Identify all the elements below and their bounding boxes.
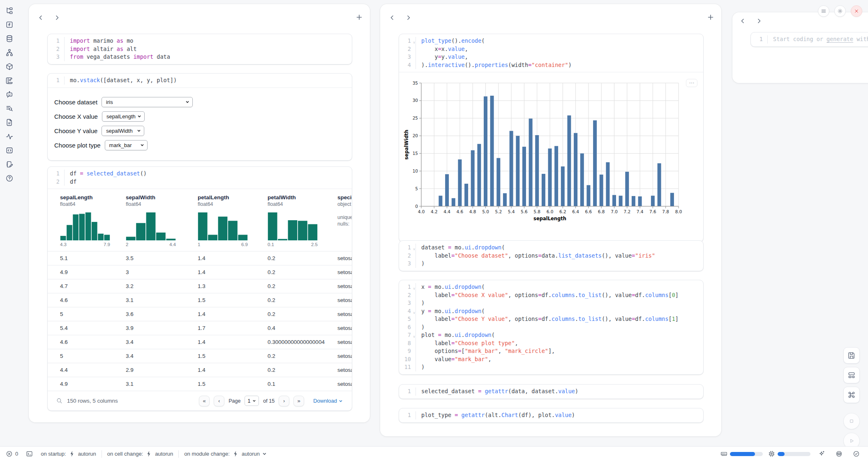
stop-icon[interactable] <box>843 413 860 429</box>
y-value-select[interactable]: sepalWidth <box>102 126 144 136</box>
code-editor[interactable]: 1∨x = mo.ui.dropdown(2 label="Choose X v… <box>399 280 703 374</box>
on-startup-mode[interactable]: on startup: autorun <box>41 450 96 457</box>
download-button[interactable]: Download <box>311 397 345 404</box>
window-actions <box>818 5 862 17</box>
terminal-icon[interactable] <box>23 450 35 458</box>
chat-icon[interactable] <box>4 89 15 100</box>
line-number: 11 <box>399 363 416 371</box>
table-row[interactable]: 53.61.40.2setosa <box>48 307 352 321</box>
ai-sparkles-icon[interactable] <box>816 450 828 458</box>
svg-text:5.8: 5.8 <box>533 209 540 214</box>
table-column-header[interactable]: petalWidthfloat640.12.5 <box>268 194 337 247</box>
next-page-button[interactable]: › <box>279 396 289 406</box>
table-row[interactable]: 4.63.41.40.30000000000000004setosa <box>48 335 352 349</box>
last-page-button[interactable]: » <box>293 396 304 406</box>
tracing-icon[interactable] <box>4 131 15 142</box>
code-editor[interactable]: 1df = selected_dataset()2df <box>48 167 352 189</box>
code-editor[interactable]: 1 Start coding or generate with <box>751 32 868 46</box>
x-value-select[interactable]: sepalLength <box>102 111 145 122</box>
on-cell-change-mode[interactable]: on cell change: autorun <box>107 450 173 457</box>
connection-status-icon[interactable] <box>850 450 862 458</box>
code-editor[interactable]: 1import marimo as mo2import altair as al… <box>48 34 352 64</box>
page-label: Page <box>229 398 240 404</box>
table-row[interactable]: 5.13.51.40.2setosa <box>48 251 352 265</box>
table-column-header[interactable]: sepalWidthfloat6424.4 <box>126 194 198 247</box>
table-row[interactable]: 4.931.40.2setosa <box>48 265 352 279</box>
page-select[interactable]: 1 <box>245 396 259 406</box>
code-editor[interactable]: 1selected_dataset = getattr(data, datase… <box>399 385 703 399</box>
code-editor[interactable]: 1mo.vstack([dataset, x, y, plot]) <box>48 74 352 88</box>
code-line: 3 y=y.value, <box>399 53 703 61</box>
dataset-select[interactable]: iris <box>102 97 193 107</box>
svg-text:6.2: 6.2 <box>559 209 566 214</box>
table-row[interactable]: 53.41.50.2setosa <box>48 349 352 363</box>
copilot-icon[interactable] <box>833 450 845 458</box>
column-histogram <box>268 212 337 240</box>
table-column-header[interactable]: sepalLengthfloat644.37.9 <box>60 194 126 247</box>
line-number: 6 <box>399 323 416 332</box>
prev-page-button[interactable]: ‹ <box>214 396 224 406</box>
table-row[interactable]: 4.63.11.50.2setosa <box>48 293 352 307</box>
table-row[interactable]: 5.43.91.70.4setosa <box>48 321 352 335</box>
on-module-change-mode[interactable]: on module change: autorun <box>184 450 267 457</box>
help-icon[interactable] <box>4 173 15 184</box>
table-column-header[interactable]: petalLengthfloat6416.9 <box>198 194 268 247</box>
generate-link[interactable]: generate <box>826 36 853 42</box>
line-number: 4 <box>399 61 416 69</box>
notebook-icon[interactable] <box>4 159 15 170</box>
table-footer: 150 rows, 5 columns « ‹ Page 1 of 15 › »… <box>48 391 352 410</box>
file-tree-icon[interactable] <box>4 5 15 16</box>
control-row: Choose plot typemark_bar <box>54 140 345 150</box>
memory-usage <box>720 450 763 457</box>
database-icon[interactable] <box>4 33 15 44</box>
table-column-header[interactable]: speciesobjectunique:nulls: <box>337 194 352 247</box>
nav-back-button[interactable] <box>739 17 746 25</box>
settings-gear-icon[interactable] <box>834 5 846 17</box>
add-cell-button[interactable] <box>706 13 715 21</box>
plot-type-select[interactable]: mark_bar <box>105 140 148 150</box>
table-row[interactable]: 4.93.11.50.1setosa <box>48 377 352 391</box>
documentation-icon[interactable] <box>4 117 15 128</box>
line-number: 1∨ <box>399 283 416 291</box>
svg-text:4.6: 4.6 <box>457 209 464 214</box>
nav-back-button[interactable] <box>388 14 396 21</box>
table-cell: 5 <box>60 311 126 317</box>
table-cell: 3.4 <box>126 339 198 345</box>
add-cell-button[interactable] <box>355 13 363 21</box>
menu-icon[interactable] <box>818 5 829 17</box>
nav-forward-button[interactable] <box>755 17 763 25</box>
table-row[interactable]: 4.42.91.40.2setosa <box>48 363 352 377</box>
line-number: 3 <box>399 53 416 61</box>
search-icon[interactable] <box>56 397 63 404</box>
error-count-badge[interactable]: 0 <box>6 450 18 457</box>
chart-options-icon[interactable]: ⋯ <box>686 79 697 87</box>
line-number: 10 <box>399 355 416 364</box>
packages-icon[interactable] <box>4 61 15 72</box>
table-cell: setosa <box>337 381 352 387</box>
layout-icon[interactable] <box>843 367 860 383</box>
code-line: 3) <box>399 260 703 268</box>
logs-icon[interactable] <box>4 75 15 86</box>
snippets-icon[interactable] <box>4 103 15 114</box>
code-editor[interactable]: 1plot_type = getattr(alt.Chart(df), plot… <box>399 408 703 422</box>
table-cell: 3.1 <box>126 297 198 303</box>
scratchpad-icon[interactable] <box>4 145 15 156</box>
code-editor[interactable]: 1∨plot_type().encode(2 x=x.value,3 y=y.v… <box>399 34 703 72</box>
first-page-button[interactable]: « <box>199 396 210 406</box>
save-icon[interactable] <box>843 347 860 364</box>
command-icon[interactable] <box>843 387 860 403</box>
code-cell-plot: 1∨plot_type().encode(2 x=x.value,3 y=y.v… <box>399 34 704 242</box>
bar-chart[interactable]: 4.04.24.44.64.85.05.25.45.65.86.06.26.46… <box>399 72 703 242</box>
nav-forward-button[interactable] <box>405 14 412 21</box>
page-count-label: of 15 <box>263 398 275 404</box>
code-editor[interactable]: 1∨dataset = mo.ui.dropdown(2 label="Choo… <box>399 241 703 271</box>
nav-back-button[interactable] <box>37 14 44 21</box>
svg-text:35: 35 <box>413 81 418 85</box>
column-histogram <box>198 212 268 240</box>
error-circle-icon <box>6 450 13 457</box>
dependency-graph-icon[interactable] <box>4 47 15 58</box>
close-icon[interactable] <box>851 5 862 17</box>
table-row[interactable]: 4.73.21.30.2setosa <box>48 279 352 293</box>
variables-icon[interactable] <box>4 19 15 30</box>
nav-forward-button[interactable] <box>53 14 61 21</box>
